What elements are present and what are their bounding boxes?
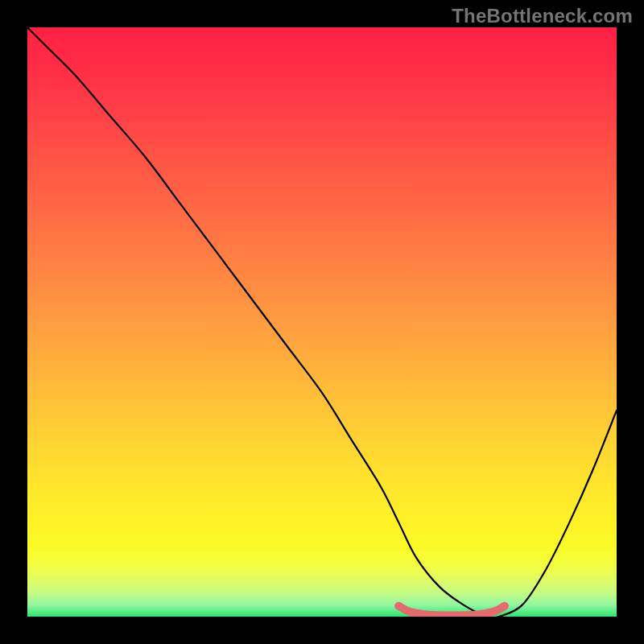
curve-svg <box>27 27 617 617</box>
optimal-band <box>398 606 505 616</box>
plot-area <box>27 27 617 617</box>
chart-frame: TheBottleneck.com <box>0 0 644 644</box>
watermark-text: TheBottleneck.com <box>452 5 633 27</box>
bottleneck-curve <box>27 27 617 617</box>
